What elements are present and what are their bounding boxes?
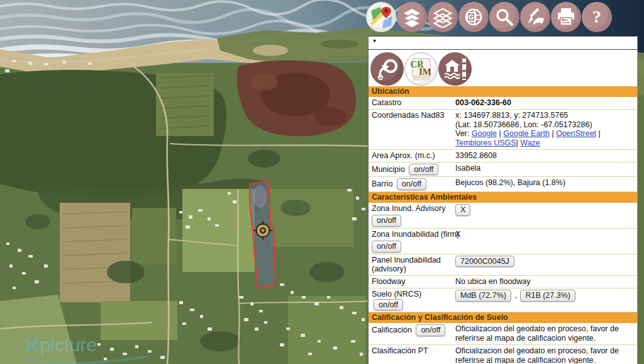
row-calificacion: Calificación on/off Oficializacion del g… bbox=[369, 323, 637, 345]
calificacion-onoff-button[interactable]: on/off bbox=[416, 324, 445, 336]
ver-label: Ver: bbox=[455, 129, 469, 138]
zona-advisory-label: Zona Inund. Advisory bbox=[372, 204, 445, 213]
row-coordenadas: Coordenadas Nad83 x: 134697.8813, y: 274… bbox=[369, 110, 637, 150]
section-header-ubicacion: Ubicación bbox=[369, 86, 637, 97]
row-catastro: Catastro 003-062-336-60 bbox=[369, 97, 637, 110]
suelo-label: Suelo (NRCS) bbox=[372, 290, 421, 299]
calificacion-label: Calificación bbox=[372, 326, 412, 334]
layers-outline-icon[interactable] bbox=[428, 2, 458, 32]
draw-measure-icon[interactable] bbox=[520, 2, 550, 32]
barrio-label: Barrio bbox=[372, 179, 392, 188]
row-suelo: Suelo (NRCS) on/off MdB (72.7%) , R1B (2… bbox=[369, 288, 637, 313]
temblores-usgs-link[interactable]: Temblores USGS bbox=[455, 139, 516, 147]
clasificacion-pt-label: Clasificación PT bbox=[372, 346, 455, 364]
panel-collapse-handle[interactable]: ▾ bbox=[369, 36, 637, 50]
view-links: Ver: Google | Google Earth | OpenStreet … bbox=[455, 129, 635, 148]
google-maps-icon[interactable] bbox=[366, 2, 396, 32]
panel-inundabilidad-value-button[interactable]: 72000C0045J bbox=[455, 256, 514, 268]
section-header-ambientales: Características Ambientales bbox=[369, 192, 637, 203]
caret-down-icon: ▾ bbox=[373, 37, 376, 44]
calificacion-value: Oficializacion del geodato en proceso, f… bbox=[455, 324, 635, 343]
pan-orbit-icon[interactable] bbox=[370, 52, 404, 86]
google-earth-link[interactable]: Google Earth bbox=[503, 129, 550, 138]
panel-icon-row: CR IM bbox=[369, 50, 637, 86]
row-clasificacion-pt: Clasificación PT Oficializacion del geod… bbox=[369, 345, 637, 364]
search-icon[interactable] bbox=[489, 2, 519, 32]
waze-link[interactable]: Waze bbox=[520, 139, 540, 147]
row-barrio: Barrio on/off Bejucos (98.2%), Bajura (1… bbox=[369, 177, 637, 192]
catastro-value: 003-062-336-60 bbox=[455, 98, 635, 108]
floodway-value: No ubica en floodway bbox=[455, 277, 635, 287]
openstreet-link[interactable]: OpenStreet bbox=[556, 129, 596, 138]
svg-text:picture: picture bbox=[40, 334, 97, 355]
marsh bbox=[237, 60, 356, 137]
barrio-value: Bejucos (98.2%), Bajura (1.8%) bbox=[455, 178, 635, 190]
zona-firm-onoff-button[interactable]: on/off bbox=[372, 241, 401, 253]
catastro-label: Catastro bbox=[372, 98, 455, 108]
suelo-value-button-2[interactable]: R1B (27.3%) bbox=[520, 290, 575, 302]
row-floodway: Floodway No ubica en floodway bbox=[369, 276, 637, 288]
row-municipio: Municipio on/off Isabela bbox=[369, 162, 637, 178]
municipio-onoff-button[interactable]: on/off bbox=[409, 164, 438, 176]
crim-logo-icon[interactable]: CR IM bbox=[404, 52, 438, 86]
coords-latlon: (Lat: 18.50736686, Lon: -67.05173286) bbox=[455, 120, 635, 130]
zona-advisory-onoff-button[interactable]: on/off bbox=[372, 215, 401, 227]
zona-firm-value: X bbox=[455, 230, 635, 253]
area-value: 33952.8608 bbox=[455, 151, 635, 161]
info-panel: ▾ CR IM bbox=[368, 36, 638, 364]
map-toolbar: G bbox=[366, 2, 612, 32]
row-panel-inundabilidad: Panel Inundabilidad (advisory) 72000C004… bbox=[369, 254, 637, 276]
row-area: Area Aprox. (m.c.) 33952.8608 bbox=[369, 150, 637, 162]
area-label: Area Aprox. (m.c.) bbox=[372, 151, 455, 161]
clasificacion-pt-value: Oficializacion del geodato en proceso, f… bbox=[455, 346, 635, 364]
suelo-value-button-1[interactable]: MdB (72.7%) bbox=[455, 290, 511, 302]
layers-icon[interactable] bbox=[397, 2, 427, 32]
svg-text:G: G bbox=[469, 13, 474, 21]
svg-text:IM: IM bbox=[419, 67, 431, 77]
row-zona-advisory: Zona Inund. Advisory on/off X bbox=[369, 203, 637, 229]
zona-advisory-value-button[interactable]: X bbox=[455, 204, 470, 216]
svg-text:?: ? bbox=[592, 7, 601, 26]
google-link[interactable]: Google bbox=[472, 129, 497, 138]
coordenadas-label: Coordenadas Nad83 bbox=[372, 111, 455, 148]
municipio-label: Municipio bbox=[372, 165, 405, 174]
coords-xy: x: 134697.8813, y: 274713.5765 bbox=[455, 111, 635, 120]
municipio-value: Isabela bbox=[455, 164, 635, 176]
barrio-onoff-button[interactable]: on/off bbox=[397, 178, 426, 190]
section-header-calificacion: Calificación y Clasificación de Suelo bbox=[369, 312, 637, 323]
panel-inundabilidad-label: Panel Inundabilidad (advisory) bbox=[372, 256, 455, 275]
app-screen: picture bbox=[0, 0, 644, 364]
globe-gis-icon[interactable]: G bbox=[458, 2, 489, 32]
zona-firm-label: Zona Inundabilidad (firm) bbox=[372, 230, 459, 239]
suelo-onoff-button[interactable]: on/off bbox=[374, 299, 403, 311]
floodway-label: Floodway bbox=[372, 277, 455, 287]
flood-zone-icon[interactable] bbox=[438, 52, 472, 86]
help-icon[interactable]: ? bbox=[582, 2, 612, 32]
print-icon[interactable] bbox=[551, 2, 581, 32]
row-zona-firm: Zona Inundabilidad (firm) on/off X bbox=[369, 229, 637, 254]
